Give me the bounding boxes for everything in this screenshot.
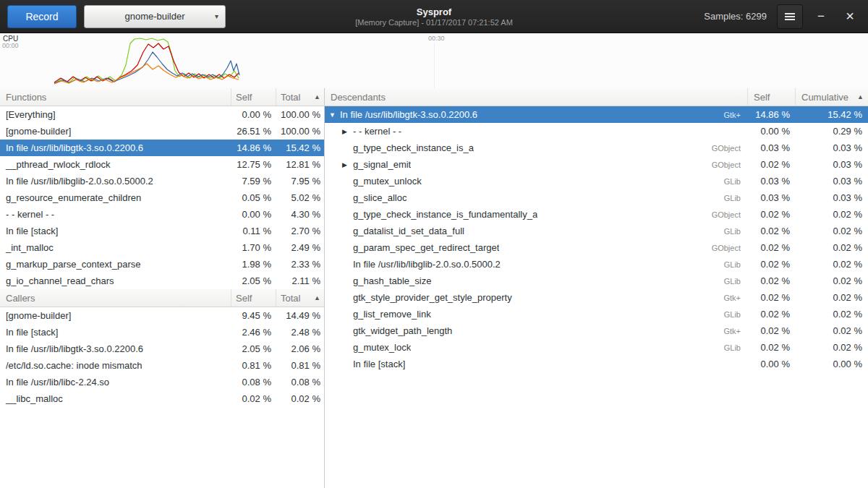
function-name: In file [stack] [353, 359, 405, 369]
table-row[interactable]: __pthread_rwlock_rdlock12.75 %12.81 % [0, 156, 324, 173]
callers-table-header: Callers Self Total ▲ [0, 289, 324, 307]
target-selector-dropdown[interactable]: gnome-builder ▾ [84, 5, 226, 28]
function-name: In file /usr/lib/libglib-2.0.so.0.5000.2 [353, 259, 501, 270]
column-header-descendants[interactable]: Descendants [325, 88, 748, 106]
expander-open-icon[interactable]: ▼ [329, 111, 340, 119]
window-subtitle: [Memory Capture] - 01/17/2017 07:21:52 A… [355, 17, 513, 27]
column-header-callers[interactable]: Callers [0, 289, 231, 307]
table-row[interactable]: __libc_malloc0.02 %0.02 % [0, 390, 324, 407]
sysprof-window: Record gnome-builder ▾ Sysprof [Memory C… [0, 0, 868, 488]
table-row[interactable]: In file /usr/lib/libgtk-3.so.0.2200.614.… [0, 140, 324, 156]
expander-closed-icon[interactable]: ▶ [342, 161, 353, 168]
table-row[interactable]: _int_malloc1.70 %2.49 % [0, 239, 324, 256]
table-row[interactable]: [gnome-builder]26.51 %100.00 % [0, 123, 324, 140]
table-row[interactable]: In file [stack]2.46 %2.48 % [0, 324, 324, 341]
tree-row[interactable]: g_type_check_instance_is_aGObject0.03 %0… [325, 140, 868, 156]
tree-row[interactable]: g_datalist_id_set_data_fullGLib0.02 %0.0… [325, 223, 868, 239]
column-header-total[interactable]: Total ▲ [276, 289, 324, 307]
tree-row[interactable]: In file [stack]0.00 %0.00 % [325, 356, 868, 372]
tree-row[interactable]: g_list_remove_linkGLib0.02 %0.02 % [325, 306, 868, 322]
tree-row[interactable]: In file /usr/lib/libglib-2.0.so.0.5000.2… [325, 256, 868, 273]
tree-row[interactable]: g_slice_allocGLib0.03 %0.03 % [325, 189, 868, 206]
expander-closed-icon[interactable]: ▶ [342, 128, 353, 135]
table-row[interactable]: [Everything]0.00 %100.00 % [0, 106, 324, 123]
tree-row[interactable]: gtk_widget_path_lengthGtk+0.02 %0.02 % [325, 322, 868, 339]
target-selector-value: gnome-builder [124, 11, 184, 22]
self-percent: 0.02 % [748, 209, 796, 220]
table-row[interactable]: In file /usr/lib/libglib-2.0.so.0.5000.2… [0, 173, 324, 189]
function-name: [gnome-builder] [0, 310, 231, 321]
samples-count: Samples: 6299 [704, 11, 770, 22]
total-percent: 2.70 % [276, 226, 324, 236]
column-header-self[interactable]: Self [748, 88, 796, 106]
function-name: g_resource_enumerate_children [0, 192, 231, 203]
table-row[interactable]: In file /usr/lib/libc-2.24.so0.08 %0.08 … [0, 374, 324, 390]
cpu-timeline[interactable]: CPU 00:00 00:30 [0, 33, 868, 88]
total-percent: 14.49 % [276, 310, 324, 321]
tree-row[interactable]: g_param_spec_get_redirect_targetGObject0… [325, 239, 868, 256]
table-row[interactable]: - - kernel - -0.00 %4.30 % [0, 206, 324, 223]
function-name: gtk_widget_path_length [353, 325, 452, 336]
tree-row[interactable]: g_mutex_unlockGLib0.03 %0.03 % [325, 173, 868, 189]
library-tag: GObject [712, 160, 748, 169]
tree-row[interactable]: gtk_style_provider_get_style_propertyGtk… [325, 289, 868, 306]
time-label-start: 00:00 [2, 42, 19, 49]
callers-table: Callers Self Total ▲ [gnome-builder]9.45… [0, 289, 324, 488]
self-percent: 0.08 % [231, 377, 276, 388]
table-row[interactable]: g_io_channel_read_chars2.05 %2.11 % [0, 273, 324, 289]
tree-row[interactable]: ▼In file /usr/lib/libgtk-3.so.0.2200.6Gt… [325, 106, 868, 123]
table-row[interactable]: [gnome-builder]9.45 %14.49 % [0, 307, 324, 324]
tree-row[interactable]: g_hash_table_sizeGLib0.02 %0.02 % [325, 273, 868, 289]
column-header-self[interactable]: Self [231, 88, 276, 106]
tree-row[interactable]: ▶- - kernel - -0.00 %0.29 % [325, 123, 868, 140]
total-percent: 100.00 % [276, 126, 324, 137]
record-button[interactable]: Record [7, 5, 77, 28]
self-percent: 1.70 % [231, 242, 276, 253]
close-button[interactable]: × [839, 4, 861, 29]
total-percent: 2.33 % [276, 259, 324, 270]
total-percent: 2.49 % [276, 242, 324, 253]
tree-row[interactable]: g_type_check_instance_is_fundamentally_a… [325, 206, 868, 223]
table-row[interactable]: g_resource_enumerate_children0.05 %5.02 … [0, 189, 324, 206]
function-name: g_slice_alloc [353, 192, 407, 203]
cumulative-percent: 0.02 % [796, 325, 868, 336]
cumulative-percent: 0.03 % [796, 159, 868, 170]
cumulative-percent: 0.03 % [796, 192, 868, 203]
tree-row[interactable]: g_mutex_lockGLib0.02 %0.02 % [325, 339, 868, 356]
callers-table-body: [gnome-builder]9.45 %14.49 %In file [sta… [0, 307, 324, 407]
column-header-cumulative[interactable]: Cumulative ▲ [796, 88, 868, 106]
function-name: - - kernel - - [353, 126, 401, 137]
cumulative-percent: 0.00 % [796, 359, 868, 369]
table-row[interactable]: /etc/ld.so.cache: inode mismatch0.81 %0.… [0, 357, 324, 374]
minimize-button[interactable]: − [810, 4, 832, 29]
page-title: Sysprof [355, 6, 513, 17]
left-pane: Functions Self Total ▲ [Everything]0.00 … [0, 88, 325, 488]
sort-indicator-icon: ▲ [857, 93, 864, 100]
column-header-total[interactable]: Total ▲ [276, 88, 324, 106]
function-name: _int_malloc [0, 242, 231, 253]
table-row[interactable]: In file [stack]0.11 %2.70 % [0, 223, 324, 239]
self-percent: 14.86 % [748, 109, 796, 120]
function-name: [gnome-builder] [0, 126, 231, 137]
table-row[interactable]: g_markup_parse_context_parse1.98 %2.33 % [0, 256, 324, 273]
cumulative-percent: 0.02 % [796, 226, 868, 236]
function-name: g_type_check_instance_is_a [353, 142, 474, 153]
column-header-functions[interactable]: Functions [0, 88, 231, 106]
total-percent: 5.02 % [276, 192, 324, 203]
function-name: - - kernel - - [0, 209, 231, 220]
self-percent: 0.02 % [748, 226, 796, 236]
total-percent: 4.30 % [276, 209, 324, 220]
self-percent: 0.02 % [748, 309, 796, 320]
self-percent: 0.02 % [748, 292, 796, 303]
cumulative-percent: 0.02 % [796, 275, 868, 286]
self-percent: 26.51 % [231, 126, 276, 137]
tree-row[interactable]: ▶g_signal_emitGObject0.02 %0.03 % [325, 156, 868, 173]
self-percent: 0.02 % [748, 275, 796, 286]
menu-button[interactable] [777, 4, 803, 29]
self-percent: 0.02 % [748, 325, 796, 336]
hamburger-icon [785, 16, 795, 17]
table-row[interactable]: In file /usr/lib/libgtk-3.so.0.2200.62.0… [0, 341, 324, 357]
column-header-self[interactable]: Self [231, 289, 276, 307]
descendants-table: Descendants Self Cumulative ▲ ▼In file /… [325, 88, 868, 488]
function-name: In file /usr/lib/libgtk-3.so.0.2200.6 [340, 109, 477, 120]
